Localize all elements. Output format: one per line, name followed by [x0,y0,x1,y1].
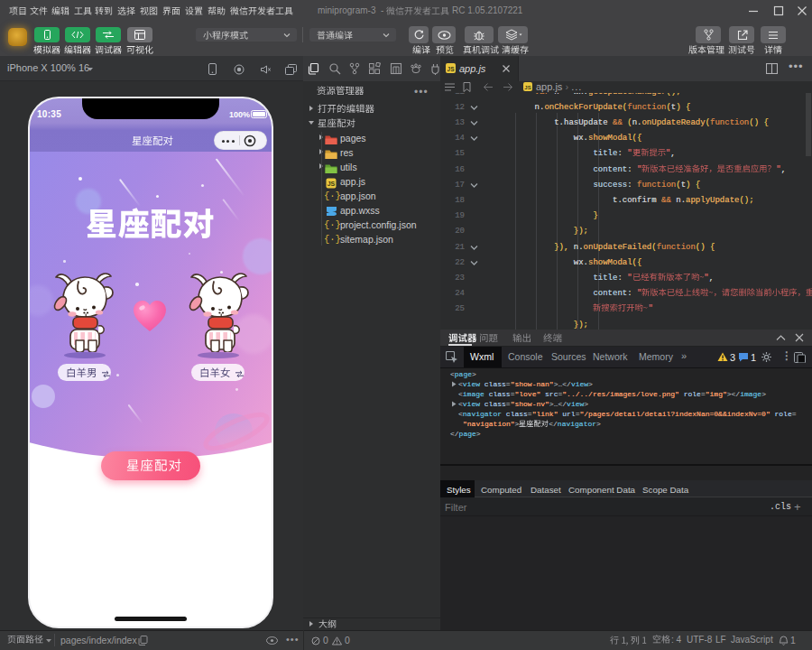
svg-text:JS: JS [328,181,336,187]
svg-text:JS: JS [448,66,456,72]
svg-text:JS: JS [524,85,531,90]
